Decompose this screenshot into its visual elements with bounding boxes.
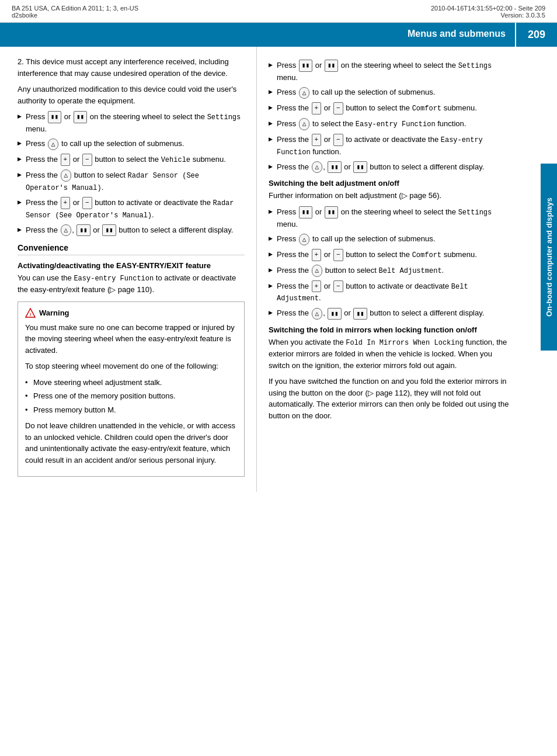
list-item: Press memory button M. <box>25 404 237 416</box>
btn-icon: − <box>333 249 343 261</box>
list-item: Press the + or − button to select the Co… <box>269 249 514 261</box>
subsection-mirrors-title: Switching the fold in mirrors when locki… <box>269 325 514 334</box>
btn-icon: ▮▮ <box>299 60 312 72</box>
btn-icon: ▮▮ <box>74 111 87 123</box>
btn-icon: − <box>82 197 92 209</box>
page-number: 209 <box>528 29 545 41</box>
warning-text1: You must make sure no one can become tra… <box>25 322 237 356</box>
list-item: Press ▮▮ or ▮▮ on the steering wheel to … <box>269 60 514 83</box>
btn-icon: ▮▮ <box>353 161 367 174</box>
btn-icon-round: △ <box>299 118 310 130</box>
btn-icon-round: △ <box>299 234 310 246</box>
section-convenience: Convenience <box>18 243 245 255</box>
list-item: Move steering wheel adjustment stalk. <box>25 377 237 389</box>
list-item: Press the + or − button to activate or d… <box>18 197 245 221</box>
btn-icon: ▮▮ <box>48 111 61 123</box>
btn-icon: − <box>333 280 343 293</box>
mirrors-intro2: If you have switched the function on and… <box>269 376 514 421</box>
list-item: Press △ to call up the selection of subm… <box>269 86 514 99</box>
list-item: Press one of the memory position buttons… <box>25 390 237 402</box>
easy-intro: You can use the Easy-entry Function to a… <box>18 272 245 296</box>
btn-icon-round: △ <box>312 161 323 174</box>
list-item: Press the △, ▮▮ or ▮▮ button to select a… <box>18 224 245 237</box>
btn-icon: ▮▮ <box>328 161 341 174</box>
btn-icon: + <box>312 102 322 115</box>
btn-icon: ▮▮ <box>299 206 312 219</box>
right-bullets-belt: Press ▮▮ or ▮▮ on the steering wheel to … <box>269 206 514 320</box>
list-item: Press ▮▮ or ▮▮ on the steering wheel to … <box>18 111 245 134</box>
list-item: Press the △ button to select Belt Adjust… <box>269 265 514 277</box>
btn-icon: + <box>312 249 322 261</box>
warning-icon: ! <box>25 308 36 318</box>
list-item: Press the + or − to activate or deactiva… <box>269 134 514 158</box>
left-column: 2. This device must accept any interfere… <box>12 47 257 492</box>
btn-icon-round: △ <box>312 308 323 320</box>
svg-text:!: ! <box>30 311 32 317</box>
btn-icon: + <box>61 197 71 209</box>
btn-icon: ▮▮ <box>102 224 116 237</box>
warning-text2: To stop steering wheel movement do one o… <box>25 360 237 372</box>
left-para2: Any unauthorized modification to this de… <box>18 84 245 106</box>
subsection-belt-title: Switching the belt adjustment on/off <box>269 179 514 188</box>
doc-header: BA 251 USA, CA Edition A 2011; 1; 3, en-… <box>0 0 557 23</box>
list-item: Press △ to select the Easy-entry Functio… <box>269 118 514 130</box>
btn-icon: ▮▮ <box>353 308 367 320</box>
page-number-box: 209 <box>515 23 557 47</box>
list-item: Press the + or − button to activate or d… <box>269 280 514 304</box>
btn-icon-round: △ <box>61 169 72 182</box>
btn-icon: + <box>312 134 322 146</box>
list-item: Press the △ button to select Radar Senso… <box>18 169 245 193</box>
left-bullets-top: Press ▮▮ or ▮▮ on the steering wheel to … <box>18 111 245 236</box>
header-left-bottom: d2sboike <box>12 12 138 19</box>
mirrors-intro1: When you activate the Fold In Mirrors Wh… <box>269 337 514 371</box>
btn-icon: ▮▮ <box>325 60 338 72</box>
warning-box: ! Warning You must make sure no one can … <box>18 301 245 477</box>
btn-icon: − <box>333 102 343 115</box>
page-title: Menus and submenus <box>408 29 506 39</box>
btn-icon: − <box>82 154 92 166</box>
list-item: Press the △, ▮▮ or ▮▮ button to select a… <box>269 307 514 320</box>
warning-dots: Move steering wheel adjustment stalk. Pr… <box>25 377 237 416</box>
left-para1: 2. This device must accept any interfere… <box>18 56 245 79</box>
right-bullets-easy: Press ▮▮ or ▮▮ on the steering wheel to … <box>269 60 514 173</box>
subsection-easy: Activating/deactivating the EASY-ENTRY/E… <box>18 261 245 270</box>
btn-icon-round: △ <box>299 87 310 99</box>
btn-icon: − <box>333 134 343 146</box>
warning-text3: Do not leave children unattended in the … <box>25 420 237 466</box>
btn-icon-round: △ <box>48 138 59 151</box>
list-item: Press the + or − button to select the Ve… <box>18 154 245 166</box>
list-item: Press △ to call up the selection of subm… <box>18 138 245 150</box>
belt-intro: Further information on belt adjustment (… <box>269 190 514 202</box>
btn-icon-round: △ <box>312 265 323 277</box>
header-right-bottom: Version: 3.0.3.5 <box>431 12 545 19</box>
warning-title: ! Warning <box>25 308 237 318</box>
list-item: Press ▮▮ or ▮▮ on the steering wheel to … <box>269 206 514 230</box>
btn-icon: ▮▮ <box>325 206 338 219</box>
header-right-top: 2010-04-16T14:31:55+02:00 - Seite 209 <box>431 5 545 12</box>
btn-icon: + <box>312 280 322 293</box>
btn-icon: + <box>61 154 71 166</box>
header-left-top: BA 251 USA, CA Edition A 2011; 1; 3, en-… <box>12 5 138 12</box>
btn-icon-round: △ <box>61 224 72 237</box>
list-item: Press the △, ▮▮ or ▮▮ button to select a… <box>269 161 514 174</box>
list-item: Press △ to call up the selection of subm… <box>269 233 514 245</box>
btn-icon: ▮▮ <box>328 308 341 320</box>
list-item: Press the + or − button to select the Co… <box>269 102 514 115</box>
page-title-content: Menus and submenus <box>0 23 515 47</box>
btn-icon: ▮▮ <box>76 224 90 237</box>
right-column: Press ▮▮ or ▮▮ on the steering wheel to … <box>257 47 537 492</box>
page-title-bar: Menus and submenus 209 <box>0 23 557 47</box>
